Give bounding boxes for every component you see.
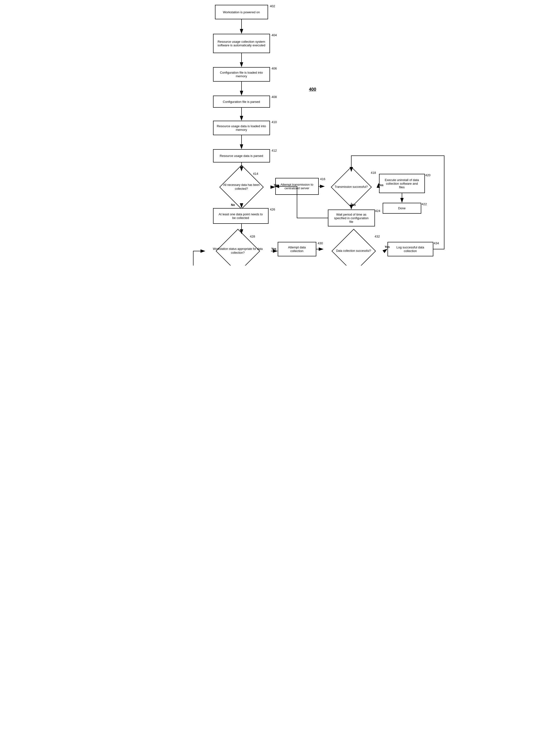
ref-426: 426	[270, 208, 275, 211]
ref-408: 408	[272, 95, 277, 99]
label-yes-418: Yes	[379, 183, 384, 187]
node-414: All necessary data has been collected?	[210, 171, 273, 203]
node-422: Done	[383, 203, 421, 214]
node-416: Attempt transmission to centralized serv…	[275, 178, 319, 195]
ref-404: 404	[272, 33, 277, 37]
node-426: At least one data point needs to be coll…	[213, 208, 269, 224]
node-424: Wait period of time as specified in conf…	[328, 209, 375, 226]
ref-420: 420	[425, 173, 431, 177]
node-432: Data collection successful?	[324, 234, 384, 265]
node-428: Workstation status appropriate for data …	[205, 234, 270, 265]
node-406: Configuration file is loaded into memory	[213, 67, 270, 82]
ref-434: 434	[434, 241, 439, 245]
label-yes-414: Yes	[274, 183, 279, 187]
node-408: Configuration file is parsed	[213, 96, 270, 108]
ref-406: 406	[272, 67, 277, 70]
node-404: Resource usage collection system softwar…	[213, 34, 270, 53]
label-yes-428: Yes	[271, 247, 277, 250]
node-402: Workstation is powered on	[215, 5, 268, 19]
ref-422: 422	[422, 202, 427, 206]
node-434: Log successful data collection	[387, 242, 433, 256]
label-yes-432: Yes	[385, 245, 390, 249]
ref-430: 430	[318, 241, 323, 245]
svg-line-16	[384, 249, 387, 251]
ref-402: 402	[270, 4, 275, 8]
node-420: Execute uninstall of data collection sof…	[379, 174, 425, 193]
ref-412: 412	[272, 149, 277, 152]
diagram-label: 400	[309, 87, 316, 92]
node-412: Resource usage data is parsed	[213, 149, 270, 162]
ref-424: 424	[375, 209, 380, 213]
ref-410: 410	[272, 120, 277, 124]
node-418: Transmission successful?	[325, 171, 378, 203]
node-410: Resource usage data is loaded into memor…	[213, 121, 270, 135]
node-430: Attempt data collection	[278, 242, 316, 256]
label-no-414: No	[231, 203, 235, 207]
label-no-418: No	[352, 203, 356, 207]
